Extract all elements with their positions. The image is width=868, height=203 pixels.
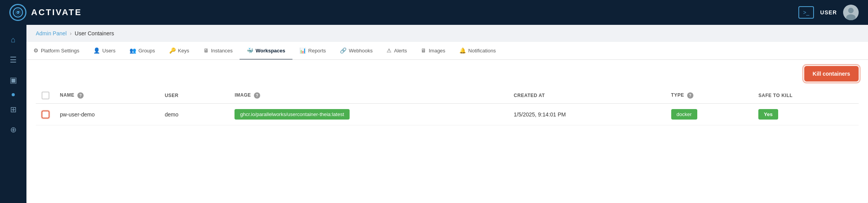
table-header-row: Kill containers [36, 66, 859, 82]
logo-icon [9, 4, 26, 21]
name-info-icon: ? [77, 92, 84, 99]
sidebar-item-grid[interactable]: ⊞ [5, 101, 22, 118]
col-header-created: CREATED AT [509, 88, 666, 104]
main-layout: ⌂ ☰ ▣ ⊞ ⊕ Admin Panel › User Containers [0, 25, 868, 203]
row-checkbox[interactable] [42, 111, 49, 118]
table-header: NAME ? USER IMAGE ? CREATED AT [36, 88, 859, 104]
col-header-user: USER [160, 88, 230, 104]
sidebar-item-inbox[interactable]: ☰ [5, 51, 22, 68]
type-badge: docker [671, 109, 697, 120]
grid-icon: ⊞ [10, 105, 17, 114]
logo-area: ACTIVATE [9, 4, 82, 21]
tab-reports-label: Reports [308, 48, 326, 54]
breadcrumb: Admin Panel › User Containers [26, 25, 868, 42]
instances-icon: 🖥 [203, 47, 209, 54]
user-label: USER [820, 9, 837, 16]
alerts-icon: ⚠ [387, 47, 392, 54]
tab-users[interactable]: 👤 Users [86, 42, 122, 60]
users-icon: 👤 [93, 47, 100, 54]
row-safe: Yes [754, 104, 859, 125]
tab-workspaces-label: Workspaces [256, 48, 285, 54]
image-info-icon: ? [254, 92, 260, 99]
sidebar-dot [12, 93, 15, 96]
tab-notifications[interactable]: 🔔 Notifications [452, 42, 503, 60]
row-user: demo [160, 104, 230, 125]
col-header-checkbox [36, 88, 55, 104]
tab-notifications-label: Notifications [468, 48, 496, 54]
tab-images-label: Images [429, 48, 445, 54]
col-header-type: TYPE ? [667, 88, 754, 104]
layout-icon: ▣ [10, 75, 17, 85]
tabs-bar: ⚙ Platform Settings 👤 Users 👥 Groups 🔑 K… [26, 42, 868, 60]
row-checkbox-cell [36, 104, 55, 125]
tab-groups[interactable]: 👥 Groups [122, 42, 162, 60]
col-header-safe: SAFE TO KILL [754, 88, 859, 104]
main-panel: ⚙ Platform Settings 👤 Users 👥 Groups 🔑 K… [26, 42, 868, 203]
groups-icon: 👥 [130, 47, 136, 54]
breadcrumb-current: User Containers [75, 30, 114, 36]
tab-users-label: Users [102, 48, 116, 54]
row-created: 1/5/2025, 9:14:01 PM [509, 104, 666, 125]
globe-icon: ⊕ [10, 125, 17, 134]
col-header-name: NAME ? [55, 88, 160, 104]
tab-keys-label: Keys [178, 48, 189, 54]
svg-point-3 [848, 8, 854, 13]
tab-webhooks-label: Webhooks [349, 48, 373, 54]
col-header-image: IMAGE ? [230, 88, 509, 104]
tab-images[interactable]: 🖥 Images [414, 42, 452, 60]
tab-groups-label: Groups [138, 48, 155, 54]
reports-icon: 📊 [299, 47, 306, 54]
tab-alerts[interactable]: ⚠ Alerts [380, 42, 414, 60]
tab-instances[interactable]: 🖥 Instances [196, 42, 240, 60]
notifications-icon: 🔔 [459, 47, 466, 54]
header: ACTIVATE >_ USER [0, 0, 868, 25]
platform-settings-icon: ⚙ [33, 47, 38, 54]
table-row: pw-user-demo demo ghcr.io/parallelworks/… [36, 104, 859, 125]
breadcrumb-parent[interactable]: Admin Panel [36, 30, 66, 36]
tab-platform-settings-label: Platform Settings [41, 48, 79, 54]
app-name: ACTIVATE [31, 7, 82, 17]
header-right: >_ USER [798, 5, 859, 20]
inbox-icon: ☰ [10, 55, 17, 64]
keys-icon: 🔑 [169, 47, 176, 54]
tab-workspaces[interactable]: 🐳 Workspaces [240, 42, 292, 60]
webhooks-icon: 🔗 [340, 47, 346, 54]
sidebar-item-layout[interactable]: ▣ [5, 71, 22, 88]
home-icon: ⌂ [11, 35, 16, 44]
breadcrumb-separator: › [70, 30, 72, 36]
table-area: Kill containers NAME ? [26, 60, 868, 132]
row-image: ghcr.io/parallelworks/usercontainer-thei… [230, 104, 509, 125]
row-name: pw-user-demo [55, 104, 160, 125]
avatar[interactable] [843, 5, 859, 20]
workspaces-icon: 🐳 [247, 47, 253, 54]
tab-reports[interactable]: 📊 Reports [292, 42, 333, 60]
tab-webhooks[interactable]: 🔗 Webhooks [333, 42, 380, 60]
terminal-icon: >_ [803, 9, 809, 16]
row-type: docker [667, 104, 754, 125]
terminal-button[interactable]: >_ [798, 6, 814, 19]
image-badge: ghcr.io/parallelworks/usercontainer-thei… [234, 109, 349, 120]
sidebar-item-home[interactable]: ⌂ [5, 31, 22, 48]
containers-table: NAME ? USER IMAGE ? CREATED AT [36, 88, 859, 125]
tab-platform-settings[interactable]: ⚙ Platform Settings [26, 42, 86, 60]
tab-keys[interactable]: 🔑 Keys [162, 42, 196, 60]
content: Admin Panel › User Containers ⚙ Platform… [26, 25, 868, 203]
images-icon: 🖥 [421, 47, 426, 54]
tab-instances-label: Instances [211, 48, 233, 54]
type-info-icon: ? [687, 92, 693, 99]
tab-alerts-label: Alerts [394, 48, 407, 54]
safe-badge: Yes [758, 109, 778, 120]
sidebar: ⌂ ☰ ▣ ⊞ ⊕ [0, 25, 26, 203]
kill-containers-button[interactable]: Kill containers [804, 66, 859, 82]
sidebar-item-globe[interactable]: ⊕ [5, 121, 22, 138]
header-checkbox[interactable] [42, 92, 49, 99]
